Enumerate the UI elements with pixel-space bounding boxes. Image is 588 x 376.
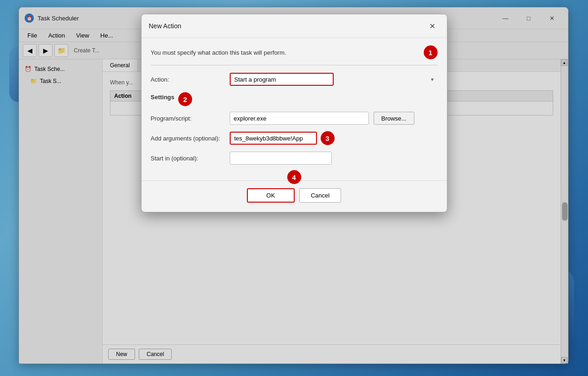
add-arguments-input[interactable] bbox=[230, 132, 317, 145]
badge-4: 4 bbox=[287, 170, 301, 184]
settings-section: Settings 2 Program/script: Browse... Add… bbox=[151, 92, 438, 165]
start-in-label: Start in (optional): bbox=[151, 155, 225, 162]
modal-body: You must specify what action this task w… bbox=[142, 38, 447, 178]
badge-3: 3 bbox=[321, 131, 335, 145]
badge-2: 2 bbox=[178, 92, 192, 106]
add-arguments-label: Add arguments (optional): bbox=[151, 135, 225, 142]
ok-button[interactable]: OK bbox=[247, 188, 295, 203]
action-label: Action: bbox=[151, 76, 225, 83]
start-in-input[interactable] bbox=[230, 152, 332, 165]
program-script-row: Program/script: Browse... bbox=[151, 112, 438, 125]
program-script-label: Program/script: bbox=[151, 115, 225, 122]
modal-title: New Action bbox=[149, 22, 426, 30]
action-select-wrapper: Start a programSend an e-mail (deprecate… bbox=[230, 73, 438, 86]
settings-title: Settings bbox=[151, 94, 174, 101]
modal-cancel-button[interactable]: Cancel bbox=[299, 188, 341, 203]
select-arrow-icon: ▼ bbox=[430, 77, 435, 82]
instruction-row: You must specify what action this task w… bbox=[151, 45, 438, 65]
action-select[interactable]: Start a programSend an e-mail (deprecate… bbox=[230, 73, 334, 86]
program-script-input[interactable] bbox=[230, 112, 369, 125]
add-arguments-row: Add arguments (optional): 3 bbox=[151, 131, 438, 145]
modal-instruction: You must specify what action this task w… bbox=[151, 49, 416, 56]
start-in-row: Start in (optional): bbox=[151, 152, 438, 165]
modal-close-button[interactable]: ✕ bbox=[426, 19, 439, 33]
action-row: Action: Start a programSend an e-mail (d… bbox=[151, 73, 438, 86]
modal-footer: OK Cancel bbox=[142, 180, 447, 212]
modal-titlebar: New Action ✕ bbox=[142, 14, 447, 38]
new-action-dialog: New Action ✕ You must specify what actio… bbox=[141, 14, 447, 212]
modal-overlay: New Action ✕ You must specify what actio… bbox=[0, 0, 588, 376]
browse-button[interactable]: Browse... bbox=[374, 112, 414, 125]
badge-1: 1 bbox=[424, 45, 438, 59]
